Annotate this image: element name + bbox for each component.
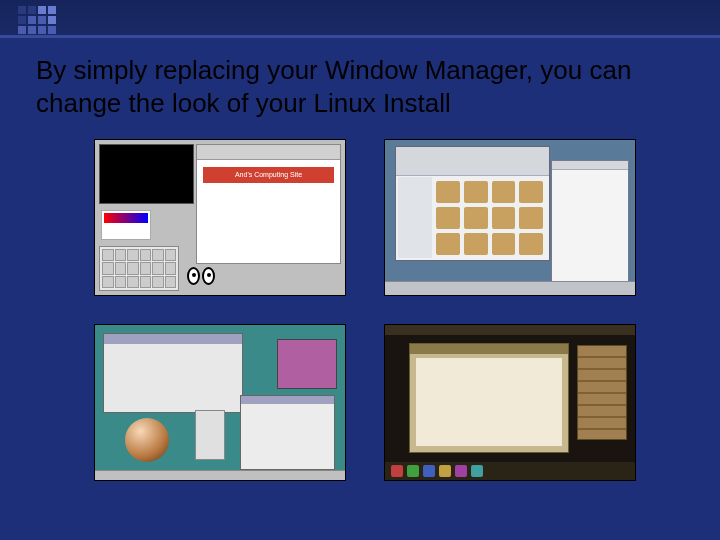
app-window-large [103,333,243,413]
toolbox-panel [99,246,179,291]
slide-title: By simply replacing your Window Manager,… [36,54,680,119]
screenshot-grid: And's Computing Site [95,140,635,480]
site-banner: And's Computing Site [203,167,334,183]
side-panel [577,345,627,440]
rendered-sphere [125,418,169,462]
taskbar [95,470,345,480]
wm-screenshot-2 [385,140,635,295]
terminal-window [99,144,194,204]
menubar [385,325,635,335]
taskbar [385,281,635,295]
wm-screenshot-4 [385,325,635,480]
dock [385,462,635,480]
properties-window [551,160,629,290]
linux-logo [101,210,151,240]
tool-palette [195,410,225,460]
header-decoration [18,6,56,34]
app-window-small [277,339,337,389]
slide-header-bar [0,0,720,38]
xeyes-icon [187,267,215,285]
browser-window: And's Computing Site [196,144,341,264]
file-manager-window [395,146,550,261]
app-window-2 [240,395,335,470]
app-window [409,343,569,453]
wm-screenshot-3 [95,325,345,480]
wm-screenshot-1: And's Computing Site [95,140,345,295]
